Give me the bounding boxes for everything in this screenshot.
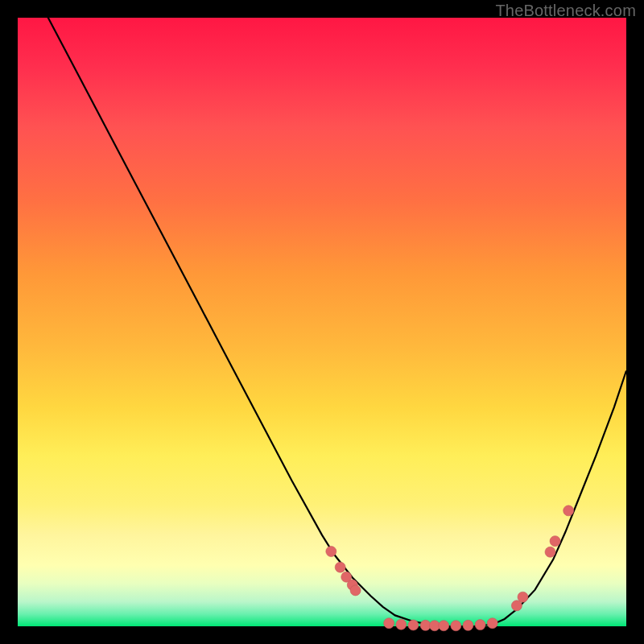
- data-dot: [550, 536, 560, 547]
- data-dot: [408, 620, 419, 630]
- data-dot: [518, 592, 528, 602]
- chart-area: [18, 18, 626, 626]
- data-dot: [335, 562, 345, 572]
- data-dot: [487, 618, 497, 629]
- data-dots: [326, 506, 574, 631]
- watermark-text: TheBottleneck.com: [495, 2, 636, 20]
- data-dot: [451, 621, 461, 631]
- data-dot: [350, 585, 361, 596]
- plot-svg: [18, 18, 626, 626]
- data-dot: [463, 620, 473, 630]
- data-dot: [396, 619, 407, 630]
- data-dot: [326, 547, 336, 557]
- data-dot: [420, 620, 431, 630]
- bottleneck-curve: [18, 0, 626, 626]
- data-dot: [545, 547, 555, 557]
- data-dot: [564, 506, 574, 516]
- data-dot: [384, 618, 394, 629]
- data-dot: [439, 621, 449, 631]
- data-dot: [475, 620, 485, 630]
